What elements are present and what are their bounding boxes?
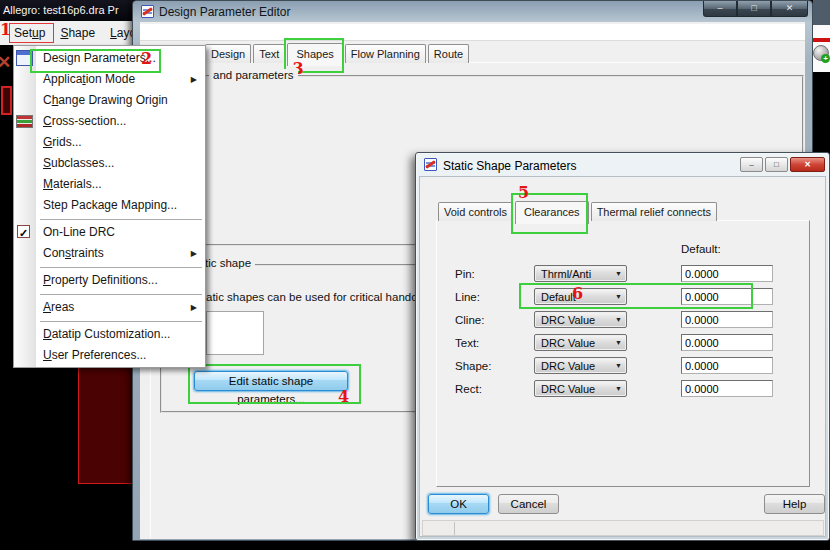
menu-item-datatip-customization[interactable]: Datatip Customization... — [14, 324, 205, 345]
menu-item-grids[interactable]: Grids... — [14, 132, 205, 153]
menu-separator — [40, 294, 202, 295]
right-strip-canvas — [813, 72, 830, 152]
dropdown-selected-value: Thrml/Anti — [541, 268, 615, 280]
dropdown-selected-value: DRC Value — [541, 337, 615, 349]
row-label: Rect: — [455, 383, 534, 395]
dropdown-selected-value: DRC Value — [541, 314, 615, 326]
menu-item-application-mode[interactable]: Application Mode▶ — [14, 69, 205, 90]
menu-separator — [40, 321, 202, 322]
close-button[interactable]: ✕ — [790, 157, 825, 172]
row-label: Cline: — [455, 314, 534, 326]
ssp-window-title: Static Shape Parameters — [443, 159, 576, 173]
dpe-tab-flow-planning[interactable]: Flow Planning — [345, 44, 426, 63]
close-button[interactable]: ✕ — [771, 1, 808, 17]
ssp-tab-void-controls[interactable]: Void controls — [438, 202, 513, 221]
menu-item-constraints[interactable]: Constraints▶ — [14, 243, 205, 264]
maximize-button[interactable]: □ — [737, 1, 771, 17]
allegro-titlebar: Allegro: test16p6.dra Pr — [0, 0, 133, 21]
menu-item-on-line-drc[interactable]: On-Line DRC — [14, 222, 205, 243]
row-label: Text: — [455, 337, 534, 349]
dpe-tab-shapes[interactable]: Shapes3 — [287, 43, 342, 66]
allegro-app-icon — [141, 5, 154, 18]
annotation-number-5: 5 — [518, 185, 529, 201]
online-drc-checkbox[interactable] — [17, 225, 30, 238]
default-value-input-pin[interactable] — [681, 265, 773, 282]
ssp-tab-panel: Default: Pin:Thrml/Anti▼Line:Default▼6Cl… — [436, 220, 810, 487]
menu-separator — [40, 267, 202, 268]
ssp-statusbar — [422, 520, 824, 536]
dropdown-pin[interactable]: Thrml/Anti▼ — [534, 265, 627, 282]
minimize-button[interactable]: – — [703, 1, 737, 17]
annotation-number-1: 1 — [0, 22, 11, 38]
menu-item-property-definitions[interactable]: Property Definitions... — [14, 270, 205, 291]
row-label: Line: — [455, 291, 534, 303]
default-value-input-shape[interactable] — [681, 357, 773, 374]
default-column-header: Default: — [681, 243, 721, 255]
menu-item-step-package-mapping[interactable]: Step Package Mapping... — [14, 195, 205, 216]
menubar-item-setup[interactable]: Setup1 — [14, 21, 45, 45]
right-toolbar-strip: + — [813, 0, 830, 152]
menubar-item-layo[interactable]: Layo — [110, 21, 133, 45]
dropdown-rect[interactable]: DRC Value▼ — [534, 380, 627, 397]
menu-item-areas[interactable]: Areas▶ — [14, 297, 205, 318]
ssp-tab-bar: Void controlsClearances5Thermal relief c… — [438, 200, 719, 221]
menu-item-user-preferences[interactable]: User Preferences... — [14, 345, 205, 366]
menu-item-cross-section[interactable]: Cross-section... — [14, 111, 205, 132]
clearance-row-cline: Cline:DRC Value▼ — [455, 311, 773, 328]
dropdown-shape[interactable]: DRC Value▼ — [534, 357, 627, 374]
clearance-row-rect: Rect:DRC Value▼ — [455, 380, 773, 397]
dropdown-text[interactable]: DRC Value▼ — [534, 334, 627, 351]
annotation-number-2: 2 — [141, 51, 152, 67]
red-rect-tool-icon[interactable] — [1, 86, 12, 115]
edit-static-shape-parameters-button[interactable]: Edit static shape parameters... 4 — [194, 371, 348, 391]
ok-button[interactable]: OK — [428, 494, 489, 514]
allegro-menubar: Setup1ShapeLayo — [0, 21, 133, 45]
help-button[interactable]: Help — [764, 494, 825, 514]
screen: ✕ Allegro: test16p6.dra Pr Setup1ShapeLa… — [0, 0, 830, 550]
menu-item-materials[interactable]: Materials... — [14, 174, 205, 195]
menu-separator — [40, 219, 202, 220]
allegro-app-icon — [424, 158, 437, 171]
combo-arrow-icon: ▼ — [615, 339, 622, 346]
menu-item-design-parameters[interactable]: Design Parameters...2 — [14, 48, 205, 69]
annotation-red-box-setup — [9, 23, 54, 43]
annotation-number-6: 6 — [572, 286, 583, 302]
ssp-tab-thermal-relief-connects[interactable]: Thermal relief connects — [591, 202, 717, 221]
ssp-tab-clearances[interactable]: Clearances5 — [515, 201, 589, 224]
dpe-window-controls: – □ ✕ — [703, 1, 808, 17]
red-line-tool-icon — [813, 38, 830, 42]
maximize-button[interactable]: □ — [765, 157, 788, 172]
parameters-groupbox-label: and parameters — [209, 69, 298, 81]
dropdown-cline[interactable]: DRC Value▼ — [534, 311, 627, 328]
static-shape-description: atic shapes can be used for critical han… — [206, 291, 430, 303]
plus-badge-icon: + — [821, 54, 830, 63]
ssp-titlebar[interactable]: Static Shape Parameters – □ ✕ — [419, 155, 826, 175]
clearance-row-shape: Shape:DRC Value▼ — [455, 357, 773, 374]
dpe-tab-route[interactable]: Route — [428, 44, 469, 63]
submenu-arrow-icon: ▶ — [191, 69, 197, 90]
minimize-button[interactable]: – — [740, 157, 763, 172]
default-value-input-rect[interactable] — [681, 380, 773, 397]
right-strip-top — [813, 0, 830, 25]
default-value-input-line[interactable] — [681, 288, 773, 305]
dpe-tab-design[interactable]: Design — [205, 44, 251, 63]
x-tool-icon[interactable]: ✕ — [0, 52, 11, 73]
dpe-window-title: Design Parameter Editor — [159, 5, 290, 19]
menu-item-change-drawing-origin[interactable]: Change Drawing Origin — [14, 90, 205, 111]
dpe-toolbar-strip — [140, 24, 805, 41]
dpe-tab-text[interactable]: Text — [253, 44, 285, 63]
clearance-row-line: Line:Default▼6 — [455, 288, 773, 305]
annotation-number-4: 4 — [338, 389, 349, 405]
menu-item-subclasses[interactable]: Subclasses... — [14, 153, 205, 174]
dpe-titlebar[interactable]: Design Parameter Editor – □ ✕ — [133, 1, 812, 22]
menubar-item-shape[interactable]: Shape — [60, 21, 95, 45]
static-shape-groupbox-label: tic shape — [201, 257, 255, 269]
clearance-row-text: Text:DRC Value▼ — [455, 334, 773, 351]
static-shape-parameters-dialog: Static Shape Parameters – □ ✕ Void contr… — [415, 152, 830, 541]
default-value-input-cline[interactable] — [681, 311, 773, 328]
row-label: Pin: — [455, 268, 534, 280]
default-value-input-text[interactable] — [681, 334, 773, 351]
allegro-window-title: Allegro: test16p6.dra Pr — [3, 4, 119, 16]
ssp-content: Void controlsClearances5Thermal relief c… — [419, 176, 826, 537]
cancel-button[interactable]: Cancel — [498, 494, 559, 514]
